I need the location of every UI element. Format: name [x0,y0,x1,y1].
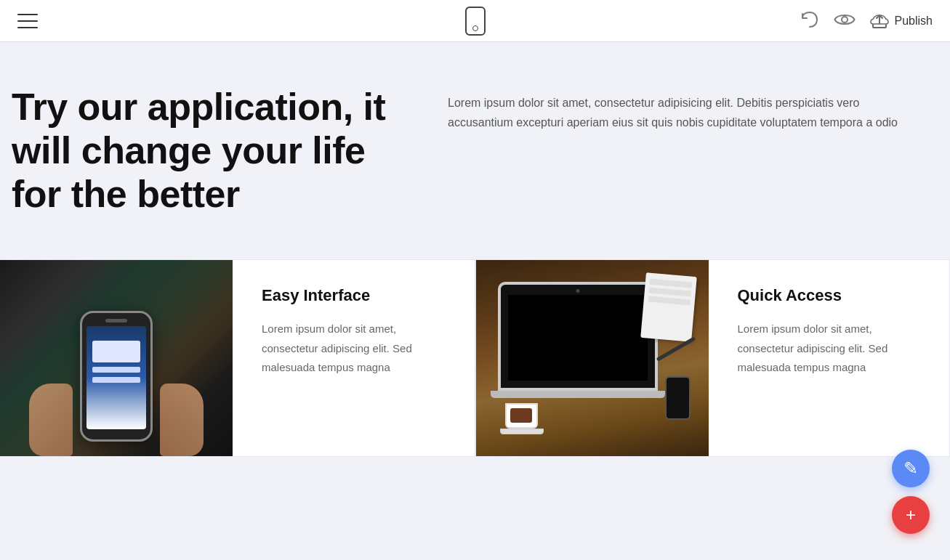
easy-interface-image [0,260,233,456]
publish-label: Publish [895,15,933,28]
add-fab-button[interactable]: + [892,496,930,534]
quick-access-text: Lorem ipsum dolor sit amet, consectetur … [738,320,921,377]
hero-description: Lorem ipsum dolor sit amet, consectetur … [448,93,898,132]
hero-left: Try our application, it will change your… [12,86,419,216]
header-center [465,7,486,36]
svg-point-0 [842,17,848,23]
hero-right: Lorem ipsum dolor sit amet, consectetur … [448,86,938,132]
quick-access-image [476,260,709,456]
easy-interface-text: Lorem ipsum dolor sit amet, consectetur … [262,320,446,377]
easy-interface-content: Easy Interface Lorem ipsum dolor sit ame… [233,260,475,456]
quick-access-title: Quick Access [738,286,921,305]
edit-fab-button[interactable]: ✎ [892,450,930,487]
header-left [17,14,38,28]
easy-interface-title: Easy Interface [262,286,446,305]
hero-title: Try our application, it will change your… [12,86,419,216]
mobile-preview-icon[interactable] [465,7,486,36]
easy-interface-card: Easy Interface Lorem ipsum dolor sit ame… [0,259,475,457]
hero-section: Try our application, it will change your… [0,86,950,259]
quick-access-card: Quick Access Lorem ipsum dolor sit amet,… [475,259,951,457]
header: Publish [0,0,950,42]
hamburger-icon[interactable] [17,14,38,28]
edit-fab-icon: ✎ [903,460,918,477]
publish-button[interactable]: Publish [870,13,933,29]
preview-button[interactable] [834,12,856,30]
add-fab-icon: + [906,506,916,524]
undo-button[interactable] [800,12,819,30]
header-right: Publish [800,12,933,30]
main-content: Try our application, it will change your… [0,42,950,486]
quick-access-content: Quick Access Lorem ipsum dolor sit amet,… [709,260,950,456]
cards-section: Easy Interface Lorem ipsum dolor sit ame… [0,259,950,457]
